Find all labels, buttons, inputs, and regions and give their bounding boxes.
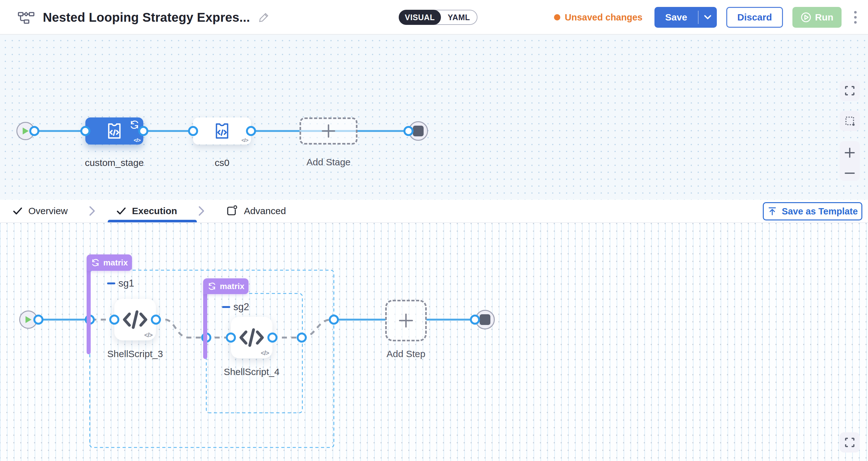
looping-strategy-icon xyxy=(129,120,140,130)
unsaved-dot-icon xyxy=(554,14,560,21)
check-icon xyxy=(12,207,23,215)
tab-label: Advanced xyxy=(244,206,286,216)
link-dot xyxy=(33,314,43,325)
add-step-button[interactable] xyxy=(385,300,427,341)
matrix-badge-sg2[interactable]: matrix xyxy=(203,278,248,294)
group-dash-icon xyxy=(222,306,230,308)
save-as-template-label: Save as Template xyxy=(782,206,858,217)
code-badge-icon: </> xyxy=(133,137,141,144)
save-as-template-button[interactable]: Save as Template xyxy=(763,202,862,220)
save-split-button: Save xyxy=(654,7,717,28)
visual-yaml-toggle: VISUAL YAML xyxy=(399,10,477,25)
link-dot xyxy=(226,333,236,343)
link-dot xyxy=(29,126,39,136)
expand-icon xyxy=(844,85,856,96)
step-label: ShellScript_3 xyxy=(88,348,182,359)
stop-icon xyxy=(480,314,490,325)
stage-node-cs0[interactable]: </> xyxy=(193,118,251,145)
tab-overview[interactable]: Overview xyxy=(12,206,68,216)
tab-label: Execution xyxy=(132,206,177,216)
stage-tabbar: Overview Execution xyxy=(0,199,868,223)
link-dot xyxy=(188,126,198,136)
header: Nested Looping Strategy Expres... VISUAL… xyxy=(0,0,868,35)
discard-button[interactable]: Discard xyxy=(726,7,783,28)
custom-stage-icon xyxy=(212,121,232,141)
upload-icon xyxy=(767,206,777,216)
unsaved-text: Unsaved changes xyxy=(565,12,643,23)
step-label: ShellScript_4 xyxy=(205,367,299,377)
check-icon xyxy=(116,207,126,215)
code-badge-icon: </> xyxy=(241,137,248,144)
zoom-out-button[interactable] xyxy=(844,171,856,175)
header-left: Nested Looping Strategy Expres... xyxy=(18,0,270,35)
zoom-controls xyxy=(840,141,860,181)
matrix-badge-sg1[interactable]: matrix xyxy=(87,254,132,271)
group-name: sg2 xyxy=(234,301,249,313)
pipeline-graph-icon xyxy=(18,10,35,25)
save-options-button[interactable] xyxy=(699,7,717,28)
expand-canvas-button[interactable] xyxy=(840,432,860,453)
group-name: sg1 xyxy=(118,278,134,289)
fit-to-screen-button[interactable] xyxy=(840,81,860,101)
group-label-sg1: sg1 xyxy=(107,278,134,289)
chevron-right-icon xyxy=(89,206,95,216)
stage-node-custom-stage[interactable]: </> xyxy=(85,118,143,145)
stop-icon xyxy=(413,126,424,136)
step-node-shellscript-4[interactable]: </> xyxy=(231,317,273,358)
active-tab-underline xyxy=(108,220,197,222)
play-circle-icon xyxy=(801,12,811,23)
tab-execution[interactable]: Execution xyxy=(116,206,177,216)
multi-select-button[interactable] xyxy=(840,111,860,131)
tabs: Overview Execution xyxy=(0,205,286,217)
play-icon xyxy=(25,315,32,324)
pipeline-studio: Nested Looping Strategy Expres... VISUAL… xyxy=(0,0,868,461)
run-label: Run xyxy=(815,12,833,23)
loop-icon xyxy=(91,258,100,267)
shell-script-icon xyxy=(239,327,265,348)
plus-icon xyxy=(320,122,337,140)
chevron-right-icon xyxy=(198,206,205,216)
toggle-visual[interactable]: VISUAL xyxy=(399,10,441,25)
matrix-group-bar xyxy=(87,257,91,354)
code-badge-icon: </> xyxy=(144,332,152,339)
link-dot xyxy=(329,314,339,325)
add-stage-label: Add Stage xyxy=(281,157,376,167)
link-dot xyxy=(403,126,413,136)
loop-icon xyxy=(207,282,217,290)
unsaved-changes-indicator: Unsaved changes xyxy=(554,12,643,23)
stage-wires xyxy=(0,35,868,199)
marquee-select-icon xyxy=(844,115,856,127)
edit-title-icon[interactable] xyxy=(258,12,270,23)
advanced-settings-icon xyxy=(225,205,238,217)
tab-advanced[interactable]: Advanced xyxy=(225,205,286,217)
link-dot xyxy=(246,126,256,136)
tab-label: Overview xyxy=(28,206,68,216)
matrix-badge-label: matrix xyxy=(220,281,244,291)
code-badge-icon: </> xyxy=(261,349,269,357)
more-options-menu[interactable] xyxy=(851,8,860,26)
plus-icon xyxy=(397,311,415,330)
chevron-down-icon xyxy=(704,14,712,20)
link-dot xyxy=(297,333,307,343)
link-dot xyxy=(470,314,480,325)
execution-canvas[interactable]: matrix sg1 matrix sg2 xyxy=(0,223,868,461)
matrix-badge-label: matrix xyxy=(103,258,128,268)
shell-script-icon xyxy=(122,309,148,331)
group-dash-icon xyxy=(107,282,115,284)
link-dot xyxy=(109,314,119,325)
add-stage-button[interactable] xyxy=(300,118,358,145)
header-actions: Unsaved changes Save Discard Run xyxy=(554,0,860,35)
stage-pipeline-canvas[interactable]: </> </> cus xyxy=(0,35,868,199)
stage-label: cs0 xyxy=(175,157,269,168)
expand-icon xyxy=(844,437,856,448)
link-dot xyxy=(151,314,161,325)
save-button[interactable]: Save xyxy=(654,7,698,28)
play-icon xyxy=(22,127,29,135)
add-step-label: Add Step xyxy=(359,348,453,359)
step-node-shellscript-3[interactable]: </> xyxy=(114,299,156,340)
run-button[interactable]: Run xyxy=(793,7,841,28)
stage-label: custom_stage xyxy=(67,157,161,168)
link-dot xyxy=(138,126,148,136)
zoom-in-button[interactable] xyxy=(844,147,856,159)
toggle-yaml[interactable]: YAML xyxy=(441,10,477,24)
